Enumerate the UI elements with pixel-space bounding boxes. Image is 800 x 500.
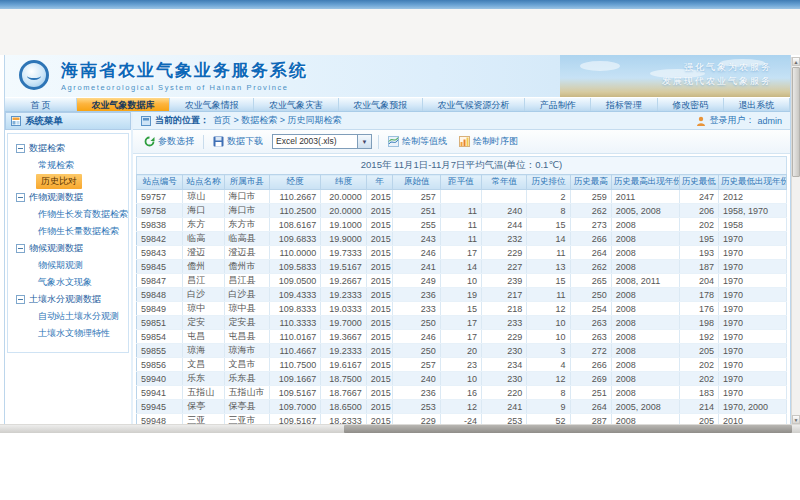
breadcrumb-item-1[interactable]: 数据检索 (241, 115, 277, 125)
cell: 2008 (611, 316, 679, 330)
vertical-scrollbar[interactable]: ▲ ▼ (791, 57, 800, 424)
cell: 4 (527, 358, 570, 372)
breadcrumb-item-0[interactable]: 首页 (213, 115, 231, 125)
cell: 251 (393, 204, 440, 218)
cell: 229 (482, 330, 527, 344)
cell: 264 (570, 400, 611, 414)
cell: 20.0000 (321, 204, 366, 218)
nav-tab-6[interactable]: 产品制作 (525, 98, 591, 111)
cell: 214 (679, 400, 718, 414)
collapse-icon[interactable] (16, 193, 25, 202)
draw-timeseries-button[interactable]: 绘制时序图 (456, 133, 521, 150)
cell: 19.1000 (321, 218, 366, 232)
cell: 178 (679, 288, 718, 302)
cell: 205 (679, 344, 718, 358)
cell: 257 (393, 358, 440, 372)
table-row: 59940乐东乐东县109.166718.7500201524010230122… (137, 372, 787, 386)
download-button[interactable]: 数据下载 (210, 133, 266, 150)
horizontal-scrollbar-thumb[interactable] (344, 425, 792, 433)
tree-item-0-0[interactable]: 常规检索 (8, 157, 128, 174)
cell: 183 (679, 386, 718, 400)
cell: 246 (393, 330, 440, 344)
collapse-icon[interactable] (16, 295, 25, 304)
param-select-button[interactable]: 参数选择 (141, 133, 197, 150)
download-format-select[interactable]: Excel 2003(.xls) (272, 134, 358, 149)
cell: 10 (527, 330, 570, 344)
table-row: 59948三亚三亚市109.516718.23332015229-2425352… (137, 414, 787, 425)
cell: 198 (679, 316, 718, 330)
tree-item-0-1[interactable]: 历史比对 (36, 174, 82, 189)
tree-item-1-1[interactable]: 作物生长量数据检索 (8, 223, 128, 240)
tree-item-2-0[interactable]: 物候期观测 (8, 257, 128, 274)
tree-group-label: 物候观测数据 (29, 242, 83, 255)
cell: 193 (679, 246, 718, 260)
cell: 临高 (183, 232, 224, 246)
nav-tab-1[interactable]: 农业气象数据库 (77, 98, 170, 111)
cell: 18.7500 (321, 372, 366, 386)
column-header: 历史最高出现年份 (611, 175, 679, 190)
vertical-scrollbar-thumb[interactable] (792, 67, 800, 177)
cell: 241 (393, 260, 440, 274)
tree-item-3-0[interactable]: 自动站土壤水分观测 (8, 308, 128, 325)
column-header: 历史排位 (527, 175, 570, 190)
nav-tab-3[interactable]: 农业气象灾害 (254, 98, 338, 111)
nav-tab-8[interactable]: 修改密码 (658, 98, 724, 111)
cell: 239 (482, 274, 527, 288)
cell: 1970 (718, 344, 786, 358)
cell: 59842 (137, 232, 183, 246)
scroll-down-arrow-icon[interactable]: ▼ (792, 415, 800, 424)
cell: 15 (527, 218, 570, 232)
nav-tab-9[interactable]: 退出系统 (724, 98, 790, 111)
nav-tab-4[interactable]: 农业气象预报 (339, 98, 423, 111)
banner: 强化气象为农服务 发展现代农业气象服务 海南省农业气象业务服务系统 Agrome… (5, 55, 790, 97)
nav-tab-0[interactable]: 首 页 (5, 98, 77, 111)
scroll-up-arrow-icon[interactable]: ▲ (792, 57, 800, 66)
cell: 15 (440, 302, 481, 316)
cell: 59941 (137, 386, 183, 400)
collapse-icon[interactable] (16, 144, 25, 153)
draw-contour-button[interactable]: 绘制等值线 (385, 133, 450, 150)
tree-item-3-1[interactable]: 土壤水文物理特性 (8, 325, 128, 342)
cell: 19 (440, 288, 481, 302)
collapse-icon[interactable] (16, 244, 25, 253)
tree-group-0[interactable]: 数据检索 (8, 140, 128, 157)
cell: 254 (570, 302, 611, 316)
nav-tab-7[interactable]: 指标管理 (591, 98, 657, 111)
banner-slogan: 强化气象为农服务 发展现代农业气象服务 (662, 60, 772, 88)
cell: 19.6167 (321, 358, 366, 372)
app-logo-icon (19, 60, 49, 90)
table-row: 59838东方东方市108.616719.1000201525511244152… (137, 218, 787, 232)
cell: 59847 (137, 274, 183, 288)
nav-tab-2[interactable]: 农业气象情报 (170, 98, 254, 111)
chevron-down-icon[interactable]: ▼ (358, 134, 372, 149)
breadcrumb-item-2[interactable]: 历史同期检索 (288, 115, 342, 125)
tree-group-1[interactable]: 作物观测数据 (8, 189, 128, 206)
cell: 13 (527, 260, 570, 274)
tree-item-2-1[interactable]: 气象水文现象 (8, 274, 128, 291)
cell: 265 (570, 274, 611, 288)
cell: 255 (393, 218, 440, 232)
cell: 18.6500 (321, 400, 366, 414)
cell: 204 (679, 274, 718, 288)
horizontal-scrollbar[interactable] (0, 424, 800, 433)
cell: -24 (440, 414, 481, 425)
table-row: 59758海口海口市110.250020.0000201525111240826… (137, 204, 787, 218)
tree-group-2[interactable]: 物候观测数据 (8, 240, 128, 257)
cell: 236 (393, 386, 440, 400)
cell: 12 (527, 302, 570, 316)
cell: 五指山 (183, 386, 224, 400)
cell: 20 (440, 344, 481, 358)
cell: 14 (440, 260, 481, 274)
cell: 263 (570, 330, 611, 344)
draw-timeseries-label: 绘制时序图 (473, 135, 518, 148)
cell: 110.7500 (269, 358, 321, 372)
cell: 文昌 (183, 358, 224, 372)
cell: 249 (393, 274, 440, 288)
banner-slogan-line2: 发展现代农业气象服务 (662, 74, 772, 88)
nav-tab-5[interactable]: 农业气候资源分析 (423, 98, 525, 111)
cell: 218 (482, 302, 527, 316)
tree-item-1-0[interactable]: 作物生长发育数据检索 (8, 206, 128, 223)
window-top-edge (0, 0, 800, 9)
tree-group-3[interactable]: 土壤水分观测数据 (8, 291, 128, 308)
column-header: 历史最低 (679, 175, 718, 190)
